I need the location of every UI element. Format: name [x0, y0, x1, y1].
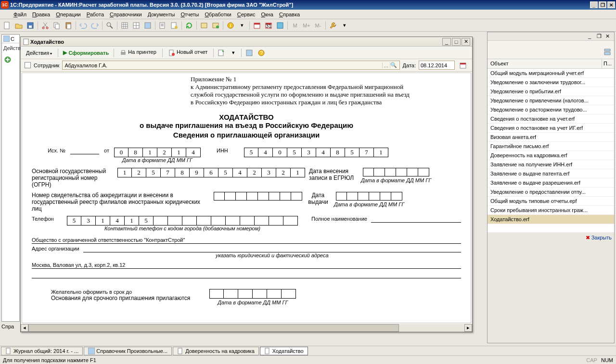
- tb-paste-icon[interactable]: [63, 20, 74, 31]
- tb-open-icon[interactable]: [13, 20, 24, 31]
- modal-close-button[interactable]: ✕: [462, 38, 470, 46]
- employee-search-icon[interactable]: 🔍: [390, 62, 398, 68]
- list-item[interactable]: Уведомление о предоставлении отпу...: [488, 188, 614, 197]
- menu-reports[interactable]: Отчеты: [178, 11, 202, 18]
- list-item[interactable]: Сведения о постановке на учет ИГ.erf: [488, 124, 614, 133]
- modal-help-icon[interactable]: ?: [256, 48, 267, 58]
- list-item[interactable]: Гарантийное письмо.erf: [488, 142, 614, 151]
- tb-tools-dd-icon[interactable]: ▾: [339, 20, 350, 31]
- tb-tools-icon[interactable]: [328, 20, 338, 31]
- tb-config-icon[interactable]: [275, 20, 285, 31]
- list-item[interactable]: Сроки пребывания иностранных граж...: [488, 206, 614, 215]
- list-item[interactable]: Общий модуль типовые отчеты.epf: [488, 197, 614, 206]
- menu-work[interactable]: Работа: [84, 11, 107, 18]
- menu-processing[interactable]: Обработки: [202, 11, 234, 18]
- bg-add-button[interactable]: [2, 53, 19, 66]
- taskbar-item[interactable]: Доверенность на кадровика: [173, 347, 259, 355]
- ogrn-cells: 1257896542321: [117, 168, 305, 177]
- status-num: NUM: [601, 357, 613, 363]
- list-item[interactable]: Общий модуль миграционный учет.erf: [488, 69, 614, 78]
- rp-min-button[interactable]: _: [588, 33, 596, 40]
- list-item[interactable]: Доверенность на кадровика.erf: [488, 151, 614, 160]
- employee-ellipsis-icon[interactable]: …: [382, 63, 390, 68]
- menu-help[interactable]: Справка: [276, 11, 303, 18]
- rp-tb-icon[interactable]: [602, 47, 613, 57]
- menu-dicts[interactable]: Справочники: [107, 11, 145, 18]
- taskbar-item[interactable]: Справочник Произвольные...: [84, 347, 172, 355]
- h-scrollbar[interactable]: ◂ ▸: [21, 324, 472, 332]
- list-item[interactable]: Заявление о выдаче патента.erf: [488, 169, 614, 178]
- list-item[interactable]: Уведомление о расторжении трудово...: [488, 105, 614, 114]
- list-item[interactable]: Уведомление о заключении трудовог...: [488, 78, 614, 87]
- tb-save-icon[interactable]: [25, 20, 36, 31]
- menu-service[interactable]: Сервис: [234, 11, 258, 18]
- close-button[interactable]: ✕: [607, 1, 615, 8]
- tb-a2-icon[interactable]: [210, 20, 221, 31]
- svg-rect-40: [6, 348, 10, 354]
- tb-copy-icon[interactable]: [51, 20, 62, 31]
- tb-mplus-icon[interactable]: M+: [301, 20, 312, 31]
- svg-rect-12: [145, 23, 151, 28]
- modal-max-button[interactable]: □: [452, 38, 461, 46]
- list-item[interactable]: Уведомление о привлечении (налогов...: [488, 96, 614, 105]
- new-report-button[interactable]: Новый отчет: [165, 47, 211, 58]
- restore-button[interactable]: ❐: [599, 1, 606, 8]
- modal-actions-button[interactable]: Действия: [23, 48, 55, 58]
- tb-help1-icon[interactable]: i: [225, 20, 236, 31]
- tb-refresh-icon[interactable]: [184, 20, 194, 31]
- tb-cut-icon[interactable]: [40, 20, 51, 31]
- modal-min-button[interactable]: _: [442, 38, 451, 46]
- employee-input[interactable]: Абдухалилов Г.А. … 🔍: [62, 61, 399, 70]
- rp-close-button[interactable]: ✕: [605, 33, 613, 40]
- svg-rect-6: [55, 24, 59, 29]
- taskbar-item-active[interactable]: Ходатайство: [260, 347, 308, 355]
- tb-redo-icon[interactable]: [90, 20, 100, 31]
- list-item-selected[interactable]: Ходатайство.erf: [488, 215, 614, 224]
- menu-windows[interactable]: Окна: [258, 11, 276, 18]
- tb-grid2-icon[interactable]: [131, 20, 141, 31]
- rp-header: Объект П...: [488, 59, 614, 69]
- date-input[interactable]: 08.12.2014: [419, 61, 455, 70]
- rp-max-button[interactable]: ❐: [597, 33, 604, 40]
- list-item[interactable]: Визовая анкета.erf: [488, 133, 614, 142]
- date-fmt-3: Дата в формате ДД ММ ГГ: [334, 201, 404, 207]
- list-item[interactable]: Заявление о выдаче разрешения.erf: [488, 178, 614, 188]
- tb-undo-icon[interactable]: [78, 20, 89, 31]
- form-button[interactable]: Сформировать: [61, 48, 111, 57]
- rp-col-p[interactable]: П...: [602, 59, 614, 68]
- tb-new-icon[interactable]: [2, 20, 13, 31]
- tb-rep1-icon[interactable]: [157, 20, 168, 31]
- tb-help-dd-icon[interactable]: ▾: [237, 20, 247, 31]
- tb-a1-icon[interactable]: [199, 20, 209, 31]
- tb-grid3-icon[interactable]: [142, 20, 153, 31]
- print-button[interactable]: На принтер: [116, 47, 160, 58]
- tb-cal2-icon[interactable]: 31: [263, 20, 274, 31]
- menu-docs[interactable]: Документы: [145, 11, 178, 18]
- list-item[interactable]: Уведомление о прибытии.erf: [488, 87, 614, 96]
- modal-title-text: Ходатайство: [30, 39, 441, 45]
- modal-tb-icon2[interactable]: [244, 48, 255, 58]
- tb-m-icon[interactable]: M: [290, 20, 300, 31]
- date-fmt-4: Дата в формате ДД ММ ГГ: [209, 300, 296, 305]
- tb-cal1-icon[interactable]: [252, 20, 262, 31]
- menu-edit[interactable]: Правка: [29, 11, 53, 18]
- date-cal-icon[interactable]: [458, 60, 468, 71]
- employee-checkbox[interactable]: [25, 62, 31, 68]
- tb-mminus-icon[interactable]: M-: [313, 20, 323, 31]
- tb-grid1-icon[interactable]: [119, 20, 130, 31]
- modal-tb-icon1[interactable]: [216, 48, 227, 58]
- list-item[interactable]: Сведения о постановке на учет.erf: [488, 114, 614, 124]
- document-canvas: Приложение № 1 к Административному регла…: [22, 73, 471, 323]
- rp-close-link[interactable]: Закрыть: [591, 235, 612, 241]
- menu-operations[interactable]: Операции: [53, 11, 83, 18]
- menu-file[interactable]: Файл: [11, 11, 29, 18]
- list-item[interactable]: Заявление на получение ИНН.erf: [488, 160, 614, 169]
- svg-text:i: i: [230, 23, 231, 28]
- bg-grid-icon: [3, 36, 10, 42]
- taskbar-item[interactable]: Журнал общий: 2014 г. - ...: [1, 347, 83, 355]
- tb-find-icon[interactable]: [104, 20, 115, 31]
- modal-tb-dd-icon[interactable]: ▾: [228, 48, 239, 58]
- rp-col-object[interactable]: Объект: [488, 59, 602, 68]
- minimize-button[interactable]: _: [590, 1, 598, 8]
- tb-rep2-icon[interactable]: [169, 20, 180, 31]
